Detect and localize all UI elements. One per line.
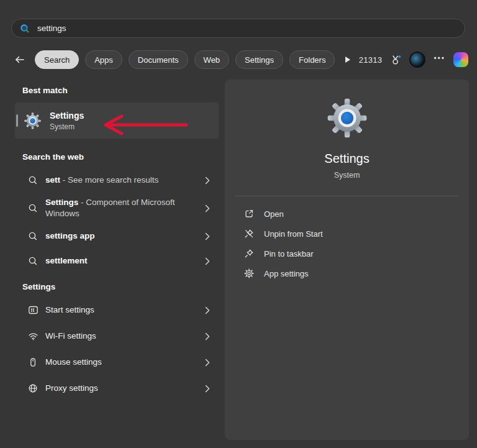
filter-pills: Search Apps Documents Web Settings Folde… [35, 50, 335, 69]
web-suggestion-row[interactable]: settlement [15, 250, 219, 272]
tab-search[interactable]: Search [35, 50, 79, 69]
open-external-icon [243, 209, 255, 219]
filter-tabs-row: Search Apps Documents Web Settings Folde… [11, 50, 468, 70]
best-match-header: Best match [22, 86, 219, 95]
search-bar[interactable] [11, 19, 465, 38]
action-app-settings[interactable]: App settings [243, 263, 469, 283]
preview-actions: Open Unpin from Start [225, 204, 469, 283]
chevron-right-icon[interactable] [200, 232, 210, 240]
action-open[interactable]: Open [243, 204, 469, 224]
wifi-icon [27, 331, 39, 341]
topbar-right-cluster: 21313 ••• [359, 52, 468, 68]
unpin-icon [243, 229, 255, 239]
preview-app-title: Settings [324, 152, 369, 166]
rewards-points: 21313 [359, 55, 383, 65]
magnifier-icon [27, 175, 39, 185]
chevron-right-icon[interactable] [200, 332, 210, 341]
more-filters-button[interactable] [343, 55, 352, 64]
settings-gear-icon-large [327, 98, 367, 138]
web-suggestion-row[interactable]: sett - See more search results [15, 169, 219, 191]
search-results-pane: Best match Settings System Search the we… [15, 81, 219, 402]
pin-icon [243, 249, 255, 258]
start-menu-icon [27, 305, 39, 315]
globe-icon [27, 383, 39, 393]
settings-section-header: Settings [22, 282, 219, 291]
tab-apps[interactable]: Apps [85, 50, 122, 69]
tab-documents[interactable]: Documents [129, 50, 188, 69]
tab-settings[interactable]: Settings [235, 50, 283, 69]
tab-web[interactable]: Web [194, 50, 230, 69]
web-suggestion-row[interactable]: settings app [15, 225, 219, 247]
rewards-trophy-icon[interactable] [390, 55, 401, 65]
magnifier-icon [27, 256, 39, 266]
tab-folders[interactable]: Folders [289, 50, 335, 69]
gear-outline-icon [243, 268, 255, 278]
settings-link-row-mouse[interactable]: Mouse settings [15, 351, 219, 373]
web-section-header: Search the web [22, 152, 219, 162]
search-icon [20, 24, 30, 34]
search-input[interactable] [36, 23, 465, 34]
play-triangle-icon [343, 55, 352, 64]
settings-link-row-wifi[interactable]: Wi-Fi settings [15, 325, 219, 347]
chevron-right-icon[interactable] [200, 257, 210, 265]
best-match-title: Settings [50, 111, 84, 121]
chevron-right-icon[interactable] [200, 204, 210, 213]
magnifier-icon [27, 231, 39, 241]
best-match-result[interactable]: Settings System [15, 103, 219, 139]
chevron-right-icon[interactable] [200, 359, 210, 367]
back-button[interactable] [11, 52, 27, 68]
chevron-right-icon[interactable] [200, 306, 210, 314]
preview-app-subtitle: System [334, 171, 360, 180]
settings-gear-icon [24, 112, 41, 129]
settings-link-row-start[interactable]: Start settings [15, 299, 219, 321]
copilot-icon[interactable] [453, 52, 468, 67]
more-options-button[interactable]: ••• [434, 54, 445, 65]
action-pin-to-taskbar[interactable]: Pin to taskbar [243, 244, 469, 263]
chevron-right-icon[interactable] [200, 176, 210, 185]
web-suggestion-row[interactable]: Settings - Component of Microsoft Window… [15, 194, 219, 222]
windows-search-flyout: Search Apps Documents Web Settings Folde… [0, 0, 477, 448]
account-avatar[interactable] [409, 52, 425, 68]
settings-link-row-proxy[interactable]: Proxy settings [15, 377, 219, 400]
selection-indicator [16, 114, 18, 127]
mouse-icon [27, 357, 39, 367]
preview-panel: Settings System Open [225, 80, 469, 440]
chevron-right-icon[interactable] [200, 385, 210, 393]
best-match-subtitle: System [50, 122, 84, 131]
magnifier-icon [27, 203, 39, 213]
divider [235, 196, 458, 196]
action-unpin-from-start[interactable]: Unpin from Start [243, 224, 469, 244]
